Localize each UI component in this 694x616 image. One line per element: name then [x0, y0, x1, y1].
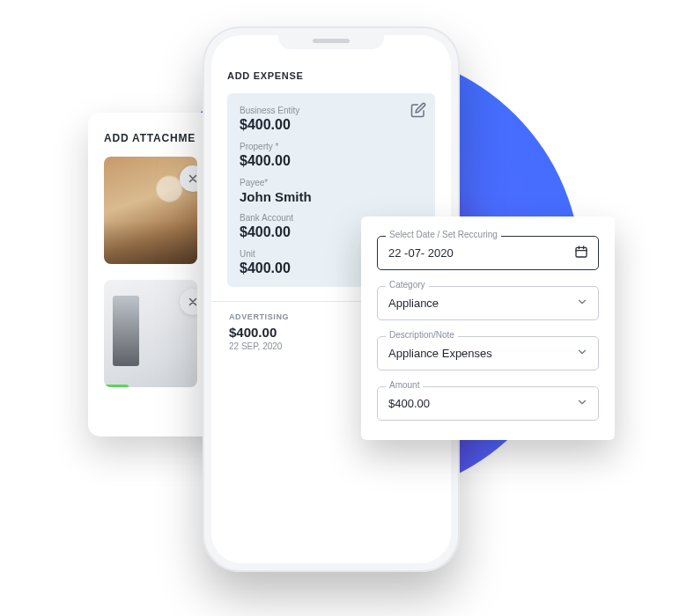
field-legend: Select Date / Set Reccuring: [386, 230, 501, 239]
field-value: John Smith: [240, 189, 423, 204]
field-label: Business Entity: [240, 106, 423, 115]
chevron-down-icon: [576, 346, 588, 362]
payee-field: Payee* John Smith: [240, 178, 423, 204]
date-value: 22 -07- 2020: [388, 246, 454, 260]
field-legend: Amount: [386, 380, 423, 390]
field-legend: Category: [386, 280, 429, 290]
close-icon: [187, 296, 197, 308]
calendar-icon[interactable]: [574, 245, 588, 262]
phone-speaker: [313, 39, 350, 43]
date-field[interactable]: Select Date / Set Reccuring 22 -07- 2020: [377, 236, 599, 270]
description-field[interactable]: Description/Note Appliance Expenses: [377, 336, 599, 370]
field-label: Payee*: [240, 178, 423, 187]
edit-button[interactable]: [410, 102, 426, 121]
property-field: Property * $400.00: [240, 142, 423, 169]
remove-attachment-button[interactable]: [180, 165, 197, 192]
edit-icon: [410, 102, 426, 118]
remove-attachment-button[interactable]: [180, 289, 197, 315]
field-legend: Description/Note: [386, 330, 458, 340]
field-value: $400.00: [240, 153, 423, 169]
attachment-thumb[interactable]: [104, 280, 197, 387]
expense-category: ADVERTISING: [229, 312, 289, 321]
amount-value: $400.00: [388, 397, 430, 410]
attachment-thumb[interactable]: [104, 157, 197, 264]
chevron-down-icon: [576, 296, 588, 312]
category-field[interactable]: Category Appliance: [377, 286, 599, 320]
close-icon: [187, 172, 197, 185]
expense-amount: $400.00: [229, 325, 289, 340]
page-title: ADD EXPENSE: [227, 70, 435, 81]
svg-rect-0: [576, 247, 587, 257]
field-label: Property *: [240, 142, 423, 151]
field-value: $400.00: [240, 117, 423, 133]
category-value: Appliance: [388, 297, 439, 310]
amount-field[interactable]: Amount $400.00: [377, 386, 599, 421]
chevron-down-icon: [576, 396, 588, 412]
expense-form-card: Select Date / Set Reccuring 22 -07- 2020…: [361, 216, 615, 440]
expense-date: 22 SEP, 2020: [229, 341, 289, 351]
business-entity-field: Business Entity $400.00: [240, 106, 423, 133]
description-value: Appliance Expenses: [388, 347, 492, 360]
